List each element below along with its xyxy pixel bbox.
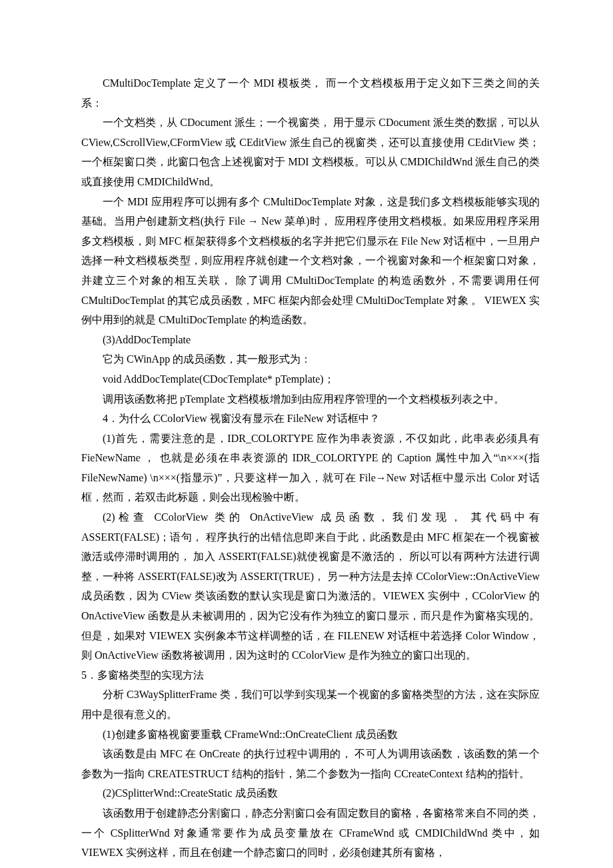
paragraph-12: (1)创建多窗格视窗要重载 CFrameWnd::OnCreateClient …: [81, 725, 540, 745]
paragraph-10: 5．多窗格类型的实现方法: [81, 665, 540, 685]
paragraph-1: 一个文档类，从 CDocument 派生；一个视窗类， 用于显示 CDocume…: [81, 113, 540, 191]
paragraph-6: 调用该函数将把 pTemplate 文档模板增加到由应用程序管理的一个文档模板列…: [81, 389, 540, 409]
paragraph-9: (2)检查 CColorView 类的 OnActiveView 成员函数，我们…: [81, 507, 540, 665]
document-page: CMultiDocTemplate 定义了一个 MDI 模板类， 而一个文档模板…: [0, 0, 613, 868]
paragraph-15: 该函数用于创建静态分割窗口，静态分割窗口会有固定数目的窗格，各窗格常来自不同的类…: [81, 803, 540, 863]
paragraph-3: (3)AddDocTemplate: [81, 330, 540, 350]
paragraph-0: CMultiDocTemplate 定义了一个 MDI 模板类， 而一个文档模板…: [81, 73, 540, 113]
paragraph-7: 4．为什么 CColorView 视窗没有显示在 FileNew 对话框中？: [81, 409, 540, 429]
paragraph-13: 该函数是由 MFC 在 OnCreate 的执行过程中调用的， 不可人为调用该函…: [81, 744, 540, 783]
paragraph-14: (2)CSplitterWnd::CreateStatic 成员函数: [81, 783, 540, 803]
paragraph-2: 一个 MDI 应用程序可以拥有多个 CMultiDocTemplate 对象，这…: [81, 192, 540, 330]
paragraph-4: 它为 CWinApp 的成员函数，其一般形式为：: [81, 349, 540, 369]
paragraph-11: 分析 C3WaySplitterFrame 类，我们可以学到实现某一个视窗的多窗…: [81, 685, 540, 724]
paragraph-8: (1)首先，需要注意的是，IDR_COLORTYPE 应作为串表资源，不仅如此，…: [81, 429, 540, 507]
paragraph-5: void AddDocTemplate(CDocTemplate* pTempl…: [81, 369, 540, 389]
